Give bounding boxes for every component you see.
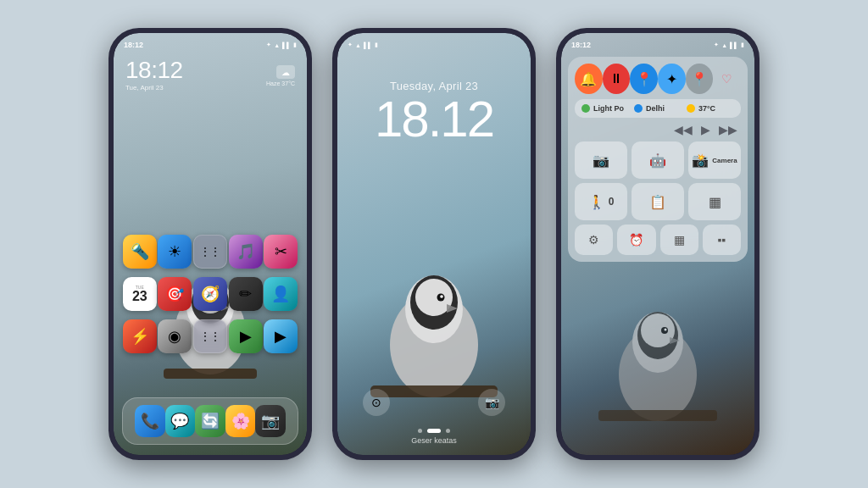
weather-label-lightpo: Light Po — [593, 104, 624, 113]
app-icon-power[interactable]: ⚡ — [123, 319, 157, 353]
app-icon-music[interactable]: 🎵 — [229, 235, 263, 269]
phone-lock: ✦ ▲ ▌▌ ▮ Tuesday, April 23 18.12 ⊙ 📷 Ges… — [332, 28, 536, 460]
app-folder-2[interactable]: ⋮⋮ — [193, 319, 227, 353]
battery-icon: ▮ — [293, 42, 297, 48]
weather-widget: ☁ Haze 37°C — [266, 65, 295, 86]
weather-label-temp: 37°C — [698, 104, 715, 113]
walk-icon: 🚶 — [588, 194, 605, 210]
app-icon-games[interactable]: ▶ — [264, 319, 298, 353]
bluetooth-icon: ✦ — [266, 42, 271, 48]
media-play-icon[interactable]: ▶ — [701, 123, 710, 136]
wifi-icon: ▲ — [274, 42, 280, 48]
ctrl-battery: ▮ — [741, 42, 744, 48]
ctrl-bottom-row: ⚙ ⏰ ▦ ▪▪ — [575, 225, 741, 255]
lock-swipe-area[interactable]: Geser keatas — [337, 429, 531, 445]
dock-phone[interactable]: 📞 — [135, 405, 165, 437]
weather-item-lightpo: Light Po — [581, 104, 629, 113]
weather-icon: ☁ — [276, 65, 295, 79]
ctrl-status-icons: ✦ ▲ ▌▌ ▮ — [714, 42, 744, 48]
app-row-3: ⚡ ◉ ⋮⋮ ▶ ▶ — [122, 319, 298, 353]
app-icon-notes[interactable]: ✏ — [229, 277, 263, 311]
lock-battery: ▮ — [375, 42, 378, 48]
quick-location-btn[interactable]: 📍 — [630, 64, 658, 94]
status-time: 18:12 — [124, 41, 143, 49]
lock-signal: ▌▌ — [364, 42, 372, 48]
ctrl-signal: ▌▌ — [730, 42, 738, 48]
ctrl-status-bar: 18:12 ✦ ▲ ▌▌ ▮ — [561, 33, 754, 53]
signal-icon: ▌▌ — [282, 42, 291, 48]
lock-date-time: Tuesday, April 23 18.12 — [337, 80, 531, 145]
ctrl-settings-btn[interactable]: ⚙ — [575, 225, 613, 255]
quick-pause-btn[interactable]: ⏸ — [603, 64, 631, 94]
media-controls: ◀◀ ▶ ▶▶ — [575, 123, 741, 136]
svg-point-22 — [665, 329, 667, 331]
dock-camera[interactable]: 📷 — [255, 405, 286, 437]
media-forward-icon[interactable]: ▶▶ — [719, 123, 737, 136]
app-icon-contacts[interactable]: 👤 — [264, 277, 298, 311]
home-clock-date: Tue, April 23 — [125, 84, 183, 92]
lock-status-bar: ✦ ▲ ▌▌ ▮ — [337, 33, 531, 53]
dock-messages[interactable]: 💬 — [165, 405, 196, 437]
ctrl-main-grid: 📷 🤖 📸 Camera 🚶 0 📋 ▦ — [575, 141, 741, 220]
home-clock-time: 18:12 — [125, 58, 183, 82]
lock-swipe-text: Geser keatas — [411, 436, 457, 445]
status-bar: 18:12 ✦ ▲ ▌▌ ▮ — [114, 33, 307, 53]
svg-point-14 — [440, 295, 443, 298]
app-icon-clips[interactable]: ✂ — [264, 235, 298, 269]
ctrl-wifi: ▲ — [721, 42, 727, 48]
weather-dot-blue — [634, 104, 643, 113]
app-icon-clock[interactable]: ◉ — [158, 319, 192, 353]
clock-widget: 18:12 Tue, April 23 — [125, 58, 183, 92]
dock-toggle[interactable]: 🔄 — [195, 405, 225, 437]
ctrl-tile-qr[interactable]: ▦ — [688, 183, 741, 220]
ctrl-tile-steps[interactable]: 🚶 0 — [575, 183, 627, 220]
weather-item-temp: 37°C — [687, 104, 734, 113]
ctrl-tile-camera[interactable]: 📸 Camera — [688, 141, 741, 179]
app-row-2: Tue 23 🎯 🧭 ✏ 👤 — [122, 277, 298, 311]
quick-extra-btn[interactable]: 📍 — [686, 64, 714, 94]
date-widget-num: 23 — [132, 290, 147, 303]
lock-day-label: Tuesday, April 23 — [337, 80, 531, 92]
ctrl-tile-notes[interactable]: 📋 — [632, 183, 684, 220]
phone-home: 18:12 ✦ ▲ ▌▌ ▮ 18:12 Tue, April 23 ☁ Haz… — [108, 28, 312, 460]
camera-tile-label: Camera — [712, 157, 737, 164]
ctrl-scan-btn[interactable]: ▦ — [660, 225, 698, 255]
ctrl-tile-rotate[interactable]: 📷 — [575, 141, 627, 179]
ctrl-bird-art — [598, 298, 717, 430]
weather-item-delhi: Delhi — [634, 104, 682, 113]
quick-bell-btn[interactable]: 🔔 — [575, 64, 603, 94]
ctrl-tile-ai[interactable]: 🤖 — [632, 141, 684, 179]
app-icon-weather[interactable]: ☀ — [158, 235, 192, 269]
phone-control: 18:12 ✦ ▲ ▌▌ ▮ 🔔 ⏸ 📍 ✦ 📍 ♡ — [556, 28, 760, 460]
lock-bluetooth: ✦ — [348, 42, 353, 48]
quick-bluetooth-btn[interactable]: ✦ — [658, 64, 686, 94]
lock-flashlight-btn[interactable]: ⊙ — [363, 389, 390, 416]
step-count: 0 — [609, 196, 615, 208]
quick-heart-btn[interactable]: ♡ — [713, 64, 741, 94]
lock-status-icons-left: ✦ ▲ ▌▌ ▮ — [348, 42, 378, 48]
svg-rect-23 — [598, 410, 717, 421]
lock-page-dots — [418, 429, 450, 433]
weather-dot-yellow — [687, 104, 695, 113]
svg-rect-7 — [164, 369, 257, 379]
dock-gallery[interactable]: 🌸 — [225, 405, 256, 437]
lock-wifi: ▲ — [355, 42, 361, 48]
lock-camera-btn[interactable]: 📷 — [478, 389, 505, 416]
ctrl-bluetooth: ✦ — [714, 42, 719, 48]
weather-text: Haze 37°C — [266, 80, 295, 86]
control-panel: 🔔 ⏸ 📍 ✦ 📍 ♡ Light Po Delhi — [568, 57, 748, 262]
status-icons: ✦ ▲ ▌▌ ▮ — [266, 42, 297, 48]
app-icon-play[interactable]: ▶ — [229, 319, 263, 353]
date-widget[interactable]: Tue 23 — [123, 277, 157, 311]
app-icon-compass[interactable]: 🧭 — [193, 277, 227, 311]
lock-bottom-icons: ⊙ 📷 — [337, 389, 531, 416]
ctrl-alarm-btn[interactable]: ⏰ — [617, 225, 655, 255]
media-rewind-icon[interactable]: ◀◀ — [674, 123, 693, 136]
app-folder-1[interactable]: ⋮⋮ — [193, 235, 227, 269]
dock: 📞 💬 🔄 🌸 📷 — [122, 397, 298, 445]
app-row-1: 🔦 ☀ ⋮⋮ 🎵 ✂ — [122, 235, 298, 269]
app-icon-location[interactable]: 🎯 — [158, 277, 192, 311]
app-grid: 🔦 ☀ ⋮⋮ 🎵 ✂ Tue 23 🎯 🧭 ✏ 👤 ⚡ ◉ ⋮⋮ — [122, 235, 298, 362]
ctrl-qr-btn[interactable]: ▪▪ — [703, 225, 741, 255]
app-icon-flashlight[interactable]: 🔦 — [123, 235, 157, 269]
